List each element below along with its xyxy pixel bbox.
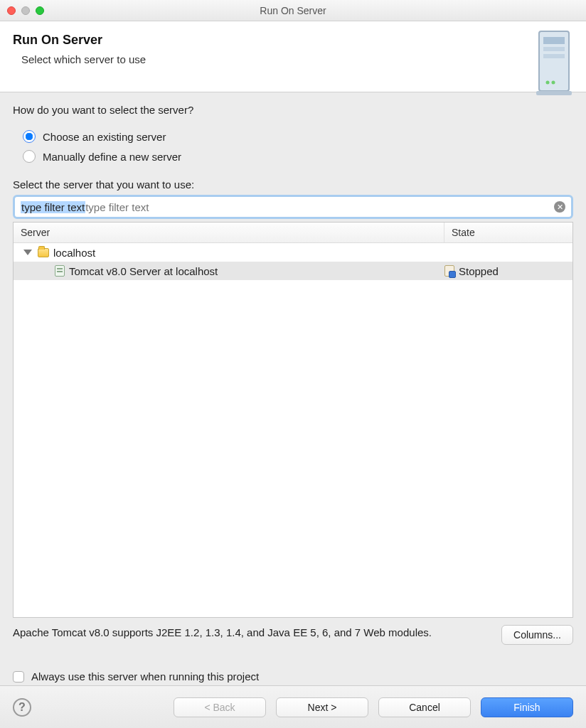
next-button[interactable]: Next >: [276, 697, 368, 717]
always-use-row[interactable]: Always use this server when running this…: [13, 670, 573, 682]
svg-point-4: [546, 81, 550, 85]
folder-icon: [38, 248, 49, 257]
server-table: Server State localhost Tomcat v8.0 Serve…: [13, 222, 573, 618]
server-description: Apache Tomcat v8.0 supports J2EE 1.2, 1.…: [13, 625, 493, 640]
radio-icon: [23, 150, 36, 163]
window-title: Run On Server: [0, 5, 586, 16]
select-server-label: Select the server that you want to use:: [13, 178, 573, 191]
dialog-content: How do you want to select the server? Ch…: [0, 92, 586, 685]
finish-button[interactable]: Finish: [481, 697, 573, 717]
svg-rect-6: [536, 91, 572, 95]
server-selection-radio-group: Choose an existing server Manually defin…: [23, 123, 573, 170]
radio-label: Manually define a new server: [43, 151, 181, 163]
close-window-button[interactable]: [7, 6, 16, 15]
chevron-down-icon[interactable]: [23, 250, 32, 255]
server-state-icon: [444, 265, 454, 277]
table-row[interactable]: Tomcat v8.0 Server at localhost Stopped: [14, 262, 572, 280]
dialog-header: Run On Server Select which server to use: [0, 21, 586, 92]
traffic-lights: [0, 6, 44, 15]
page-subtitle: Select which server to use: [21, 53, 573, 65]
server-illustration-icon: [535, 28, 573, 97]
filter-field[interactable]: type filter text ✕: [13, 195, 573, 219]
columns-button[interactable]: Columns...: [501, 625, 573, 645]
back-button[interactable]: < Back: [174, 697, 266, 717]
selection-prompt: How do you want to select the server?: [13, 104, 573, 116]
radio-icon: [23, 130, 36, 143]
page-title: Run On Server: [13, 33, 573, 48]
minimize-window-button[interactable]: [21, 6, 30, 15]
filter-input[interactable]: [85, 199, 554, 215]
server-state: Stopped: [459, 265, 499, 277]
below-table-row: Apache Tomcat v8.0 supports J2EE 1.2, 1.…: [13, 625, 573, 645]
svg-rect-3: [543, 54, 565, 58]
radio-choose-existing[interactable]: Choose an existing server: [23, 130, 573, 143]
group-label: localhost: [53, 247, 95, 259]
always-use-checkbox[interactable]: [13, 671, 24, 682]
filter-input-text[interactable]: type filter text: [21, 201, 85, 213]
radio-manually-define[interactable]: Manually define a new server: [23, 150, 573, 163]
maximize-window-button[interactable]: [36, 6, 44, 15]
dialog-footer: ? < Back Next > Cancel Finish: [0, 685, 586, 728]
svg-point-5: [552, 81, 555, 85]
table-body: localhost Tomcat v8.0 Server at localhos…: [14, 243, 572, 617]
column-header-state[interactable]: State: [444, 223, 572, 242]
radio-label: Choose an existing server: [43, 131, 166, 143]
table-group-row[interactable]: localhost: [14, 243, 572, 262]
svg-rect-1: [543, 37, 565, 44]
clear-filter-icon[interactable]: ✕: [554, 201, 565, 213]
svg-rect-2: [543, 47, 565, 51]
column-header-server[interactable]: Server: [14, 223, 444, 242]
table-header: Server State: [14, 223, 572, 243]
cancel-button[interactable]: Cancel: [378, 697, 471, 717]
server-name: Tomcat v8.0 Server at localhost: [69, 265, 218, 277]
titlebar: Run On Server: [0, 0, 586, 21]
server-icon: [55, 265, 65, 277]
help-icon[interactable]: ?: [13, 698, 31, 717]
always-use-label: Always use this server when running this…: [31, 670, 259, 682]
